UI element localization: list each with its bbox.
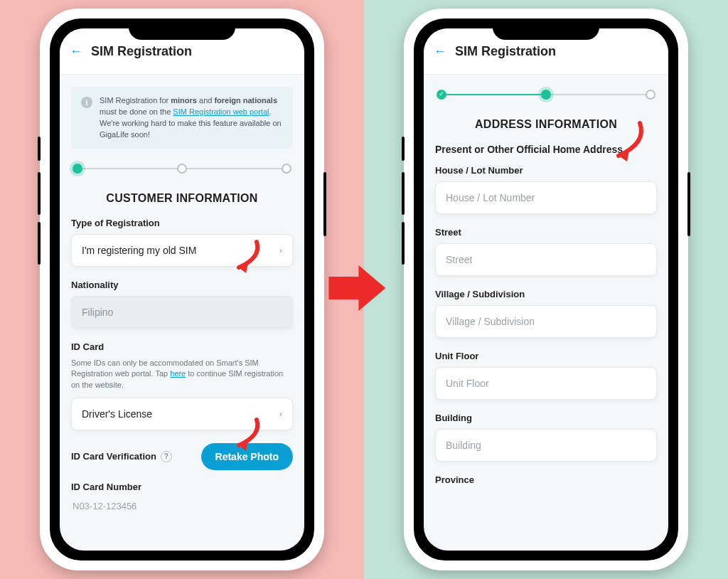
chevron-right-icon: › (279, 409, 282, 419)
phone-notch (129, 18, 235, 40)
back-icon[interactable]: ← (434, 44, 446, 59)
nationality-label: Nationality (71, 280, 293, 290)
step-3-dot (646, 90, 655, 100)
chevron-right-icon: › (279, 245, 282, 255)
svg-marker-3 (328, 265, 385, 311)
portal-link[interactable]: SIM Registration web portal (173, 107, 269, 116)
type-value: I'm registering my old SIM (82, 245, 196, 256)
unit-input[interactable]: Unit Floor (435, 367, 657, 400)
building-label: Building (435, 413, 657, 423)
info-icon: i (81, 97, 92, 108)
address-sub-heading: Present or Other Official Home Address (435, 144, 657, 155)
help-icon[interactable]: ? (161, 451, 172, 462)
progress-stepper (437, 90, 655, 100)
page-title: SIM Registration (91, 44, 192, 59)
id-number-value: N03-12-123456 (71, 498, 293, 514)
id-number-label: ID Card Number (71, 482, 293, 492)
phone-notch (493, 18, 599, 40)
next-step-arrow-icon (323, 260, 391, 319)
id-card-value: Driver's License (82, 408, 152, 420)
step-3-dot (282, 164, 291, 174)
village-label: Village / Subdivision (435, 289, 657, 299)
house-label: House / Lot Number (435, 165, 657, 176)
province-label: Province (435, 474, 657, 485)
id-card-hint-link[interactable]: here (170, 369, 186, 378)
type-select[interactable]: I'm registering my old SIM › (71, 234, 293, 267)
step-1-dot (437, 90, 446, 100)
phone-frame-left: ← SIM Registration i SIM Registration fo… (40, 9, 324, 570)
house-input[interactable]: House / Lot Number (435, 181, 657, 214)
building-input[interactable]: Building (435, 429, 657, 462)
id-card-select[interactable]: Driver's License › (71, 398, 293, 430)
step-2-dot (177, 164, 187, 174)
type-label: Type of Registration (71, 218, 293, 228)
page-title: SIM Registration (455, 44, 556, 59)
section-title: CUSTOMER INFORMATION (71, 192, 293, 205)
phone-frame-right: ← SIM Registration ADDRESS INFORMATION P… (404, 9, 688, 570)
unit-label: Unit Floor (435, 351, 657, 361)
retake-photo-button[interactable]: Retake Photo (201, 443, 293, 470)
back-icon[interactable]: ← (70, 44, 82, 59)
nationality-field: Filipino (71, 296, 293, 329)
info-banner: i SIM Registration for minors and foreig… (71, 87, 293, 149)
street-input[interactable]: Street (435, 243, 657, 276)
street-label: Street (435, 227, 657, 238)
id-card-label: ID Card (71, 341, 293, 352)
id-verify-label: ID Card Verification ? (71, 451, 172, 462)
village-input[interactable]: Village / Subdivision (435, 305, 657, 338)
progress-stepper (73, 164, 291, 174)
id-card-hint: Some IDs can only be accommodated on Sma… (71, 358, 293, 391)
step-2-dot (541, 90, 551, 100)
info-text: SIM Registration for minors and foreign … (100, 95, 283, 141)
section-title: ADDRESS INFORMATION (435, 118, 657, 131)
step-1-dot (73, 164, 82, 174)
nationality-value: Filipino (82, 307, 113, 318)
